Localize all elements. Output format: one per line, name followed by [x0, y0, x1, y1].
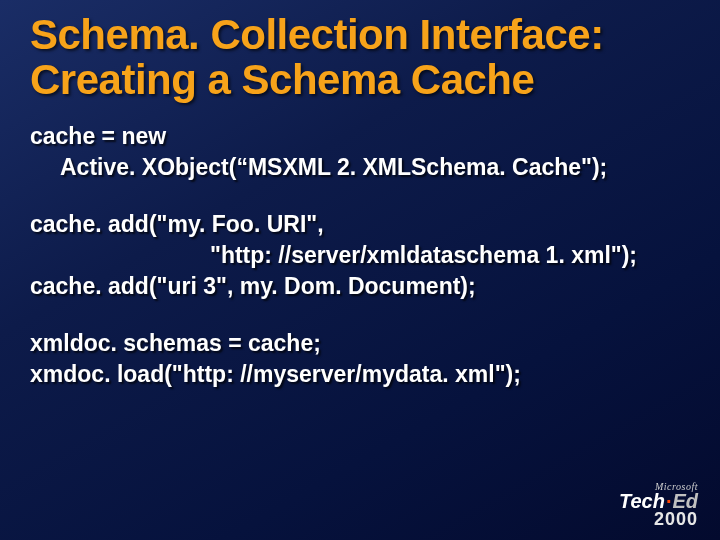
code-line: xmdoc. load("http: //myserver/mydata. xm… — [30, 359, 690, 390]
title-line-2: Creating a Schema Cache — [30, 57, 690, 102]
code-block-2: cache. add("my. Foo. URI", "http: //serv… — [30, 209, 690, 302]
code-line: cache. add("uri 3", my. Dom. Document); — [30, 271, 690, 302]
slide: Schema. Collection Interface: Creating a… — [0, 0, 720, 540]
code-line: "http: //server/xmldataschema 1. xml"); — [30, 240, 690, 271]
code-line: xmldoc. schemas = cache; — [30, 328, 690, 359]
title-line-1: Schema. Collection Interface: — [30, 12, 690, 57]
teched-logo: Microsoft Tech·Ed 2000 — [619, 481, 698, 528]
logo-year: 2000 — [619, 510, 698, 528]
code-block-3: xmldoc. schemas = cache; xmdoc. load("ht… — [30, 328, 690, 390]
logo-product: Tech·Ed — [619, 492, 698, 510]
slide-title: Schema. Collection Interface: Creating a… — [30, 12, 690, 103]
code-block-1: cache = new Active. XObject(“MSXML 2. XM… — [30, 121, 690, 183]
code-line: cache. add("my. Foo. URI", — [30, 209, 690, 240]
slide-body: cache = new Active. XObject(“MSXML 2. XM… — [30, 121, 690, 390]
code-line: cache = new — [30, 121, 690, 152]
code-line: Active. XObject(“MSXML 2. XMLSchema. Cac… — [30, 152, 690, 183]
